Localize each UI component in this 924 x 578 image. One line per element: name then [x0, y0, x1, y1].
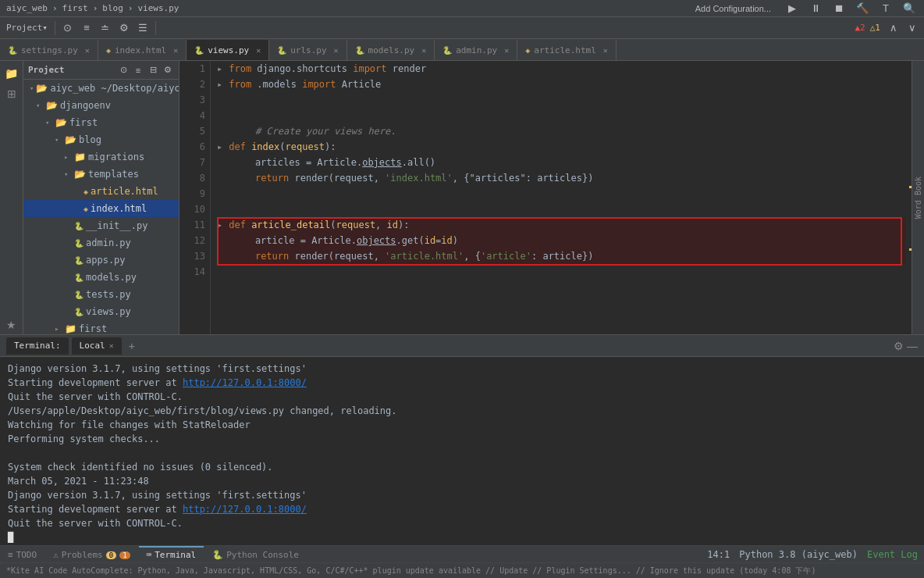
models-label: models.py: [86, 272, 137, 283]
tab-urls-py[interactable]: 🐍 urls.py ✕: [269, 40, 346, 60]
collapse-all-btn[interactable]: ⊟: [147, 64, 159, 77]
tab-todo[interactable]: ≡ TODO: [0, 546, 44, 563]
py-icon-admin: 🐍: [74, 239, 84, 248]
tree-item-blog[interactable]: ▾ 📂 blog: [23, 131, 179, 148]
tree-item-article-html[interactable]: ▸ ◈ article.html: [23, 183, 179, 200]
tab-urls-close[interactable]: ✕: [334, 46, 339, 55]
term-link-2[interactable]: http://127.0.0.1:8000/: [183, 504, 307, 515]
favorites-icon-btn[interactable]: ★: [2, 316, 21, 334]
init-label: __init__.py: [86, 220, 147, 231]
code-13b: render(request,: [294, 248, 385, 264]
side-icons: 📁 ⊞ ★: [0, 61, 23, 334]
local-tab[interactable]: Local ✕: [72, 337, 122, 355]
list-btn[interactable]: ≡: [78, 20, 95, 37]
code-13c: , {: [464, 248, 481, 264]
project-dropdown[interactable]: Project▾: [3, 23, 51, 33]
term-line-4: /Users/apple/Desktop/aiyc_web/first/blog…: [8, 404, 916, 418]
views-label: views.py: [86, 306, 131, 317]
migrations-label: migrations: [88, 152, 144, 162]
add-terminal-btn[interactable]: +: [125, 339, 139, 353]
pause-button[interactable]: ⏸: [807, 0, 824, 17]
tree-item-models[interactable]: ▸ 🐍 models.py: [23, 269, 179, 286]
arrow-first: ▾: [45, 119, 53, 127]
stop-button[interactable]: ⏹: [830, 0, 848, 17]
paren-6: (: [279, 139, 285, 155]
tree-item-first[interactable]: ▾ 📂 first: [23, 114, 179, 131]
code-container[interactable]: 1 2 3 4 5 6 7 8 9 10 11 12 13 14 ▸ from …: [179, 61, 912, 334]
terminal-content[interactable]: Django version 3.1.7, using settings 'fi…: [0, 357, 924, 545]
tree-item-apps[interactable]: ▸ 🐍 apps.py: [23, 252, 179, 269]
translate-button[interactable]: T: [877, 0, 894, 17]
tab-views-close[interactable]: ✕: [256, 46, 261, 55]
tab-models-close[interactable]: ✕: [421, 46, 426, 55]
term-minimize-btn[interactable]: —: [907, 340, 918, 352]
warn-indicator-line8: [909, 186, 912, 188]
gear-btn[interactable]: ⚙: [116, 20, 133, 37]
tree-item-migrations[interactable]: ▸ 📁 migrations: [23, 148, 179, 166]
param-id-12b: id: [441, 233, 452, 248]
term-line-2: Starting development server at http://12…: [8, 376, 916, 390]
word-book-bar[interactable]: Word Book: [912, 61, 924, 334]
tree-item-djangoenv[interactable]: ▾ 📂 djangoenv: [23, 97, 179, 114]
filter-files-btn[interactable]: ≡: [132, 64, 144, 77]
expand-btn[interactable]: ☰: [134, 20, 151, 37]
admin-label: admin.py: [86, 237, 131, 248]
add-config-button[interactable]: Add Configuration...: [689, 0, 777, 17]
tree-item-templates[interactable]: ▾ 📂 templates: [23, 166, 179, 183]
tab-python-console[interactable]: 🐍 Python Console: [204, 546, 307, 563]
tab-settings-py[interactable]: 🐍 settings.py ✕: [0, 40, 98, 60]
tree-item-index-html[interactable]: ▸ ◈ index.html: [23, 200, 179, 217]
expand-arrow-up[interactable]: ∧: [885, 20, 902, 37]
html-icon-index: ◈: [84, 205, 88, 213]
article-html-label: article.html: [91, 186, 158, 197]
term-line-9: March 05, 2021 - 11:23:48: [8, 474, 916, 488]
py-icon-5: 🐍: [442, 46, 452, 55]
folder-icon-djangoenv: 📂: [46, 100, 58, 111]
ln-8: 8: [184, 170, 205, 186]
run-button[interactable]: ▶: [784, 0, 801, 17]
expand-arrow-down[interactable]: ∨: [904, 20, 921, 37]
ln-11: 11: [184, 217, 205, 233]
tab-article-html[interactable]: ◈ article.html ✕: [517, 40, 617, 60]
tab-terminal-bottom[interactable]: ⌨ Terminal: [139, 546, 204, 563]
tab-settings-close[interactable]: ✕: [85, 46, 90, 55]
tree-item-views[interactable]: ▸ 🐍 views.py: [23, 303, 179, 320]
tab-article-close[interactable]: ✕: [603, 46, 608, 55]
local-tab-close[interactable]: ✕: [109, 341, 114, 350]
tree-item-init[interactable]: ▸ 🐍 __init__.py: [23, 217, 179, 234]
ln-3: 3: [184, 92, 205, 108]
tests-label: tests.py: [86, 289, 131, 300]
structure-icon-btn[interactable]: ⊞: [2, 84, 21, 103]
tab-index-close[interactable]: ✕: [173, 46, 178, 55]
term-link-1[interactable]: http://127.0.0.1:8000/: [183, 377, 307, 388]
tree-item-admin[interactable]: ▸ 🐍 admin.py: [23, 234, 179, 252]
py-icon-3: 🐍: [277, 46, 286, 55]
tree-item-root[interactable]: ▾ 📂 aiyc_web ~/Desktop/aiyc_we: [23, 80, 179, 97]
project-icon-btn[interactable]: 📁: [2, 64, 21, 83]
search-everywhere-button[interactable]: 🔍: [901, 0, 918, 17]
tab-admin-close[interactable]: ✕: [504, 46, 509, 55]
tab-models-py[interactable]: 🐍 models.py ✕: [347, 40, 435, 60]
event-log-btn[interactable]: Event Log: [867, 549, 918, 560]
tree-item-tests[interactable]: ▸ 🐍 tests.py: [23, 286, 179, 303]
build-button[interactable]: 🔨: [854, 0, 871, 17]
sync-btn[interactable]: ⊙: [59, 20, 76, 37]
tab-problems[interactable]: ⚠ Problems 0 1: [45, 546, 137, 563]
code-line-5: # Create your views here.: [217, 123, 905, 139]
settings-files-btn[interactable]: ⚙: [162, 64, 174, 77]
paren-11: (: [330, 217, 336, 233]
python-console-icon: 🐍: [212, 550, 223, 560]
tab-views-py[interactable]: 🐍 views.py ✕: [187, 40, 269, 60]
tab-index-html[interactable]: ◈ index.html ✕: [98, 40, 187, 60]
tree-item-first2[interactable]: ▸ 📁 first: [23, 320, 179, 334]
term-settings-btn[interactable]: ⚙: [894, 340, 904, 352]
settings-btn[interactable]: ≐: [97, 20, 114, 37]
code-8a: [233, 170, 255, 186]
sync-files-btn[interactable]: ⊙: [117, 64, 130, 77]
kw-from-1: from: [229, 61, 257, 77]
error-count: ▲2: [855, 23, 865, 33]
tab-admin-py[interactable]: 🐍 admin.py ✕: [435, 40, 517, 60]
py-icon-apps: 🐍: [74, 256, 84, 265]
arrow-blog: ▾: [55, 136, 62, 144]
html-icon-article: ◈: [84, 187, 88, 196]
